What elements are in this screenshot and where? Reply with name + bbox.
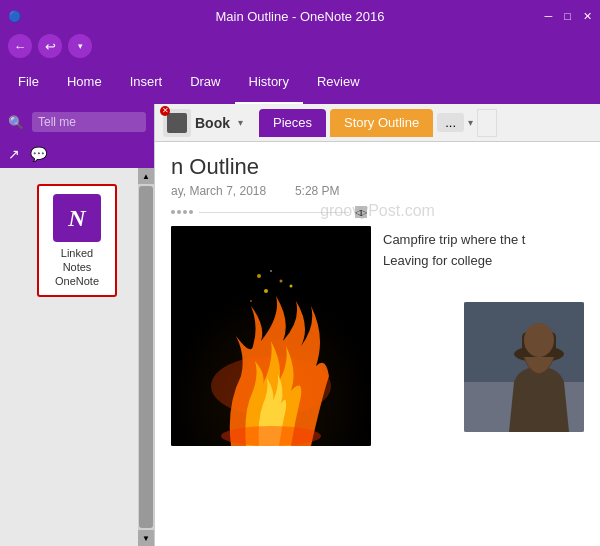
comment-icon[interactable]: 💬 [30,146,47,162]
tell-me-input[interactable] [32,112,146,132]
section-story-label: Story Outline [344,115,419,130]
ribbon-tab-home[interactable]: Home [53,60,116,104]
dot4 [189,210,193,214]
person-svg [464,302,584,432]
content-row: Campfire trip where the t Leaving for co… [171,226,584,446]
page-title: n Outline [171,154,584,180]
customize-quick-access-button[interactable]: ▾ [68,34,92,58]
quick-access-toolbar: ← ↩ ▾ [0,32,600,60]
divider: ◁▷ [171,206,584,218]
maximize-button[interactable]: □ [564,10,571,23]
undo-icon: ↩ [45,39,56,54]
more-dots: ... [445,115,456,130]
ribbon: File Home Insert Draw History Review [0,60,600,104]
title-bar-left: 🔵 [8,10,22,23]
ribbon-tab-history-label: History [249,74,289,89]
ribbon-tab-draw-label: Draw [190,74,220,89]
ribbon-tab-review-label: Review [317,74,360,89]
close-notebook-icon[interactable]: ✕ [160,106,170,116]
person-image [464,302,584,432]
tell-me-bar: 🔍 [0,104,154,140]
person-image-container [383,302,584,432]
dot1 [171,210,175,214]
notebook-image [167,113,187,133]
svg-point-6 [290,285,293,288]
left-panel: 🔍 ↗ 💬 N Linked Notes OneNote ▲ ▼ [0,104,155,546]
resize-handle[interactable]: ◁▷ [355,206,367,218]
section-tab-story[interactable]: Story Outline [330,109,433,137]
close-button[interactable]: ✕ [583,10,592,23]
ribbon-tab-home-label: Home [67,74,102,89]
ribbon-tab-insert-label: Insert [130,74,163,89]
ribbon-tab-history[interactable]: History [235,60,303,104]
svg-point-7 [270,270,272,272]
dot3 [183,210,187,214]
sections-dropdown-icon[interactable]: ▾ [468,117,473,128]
page-time: 5:28 PM [295,184,340,198]
svg-point-3 [264,289,268,293]
meta-spacer [276,184,286,198]
main-layout: 🔍 ↗ 💬 N Linked Notes OneNote ▲ ▼ [0,104,600,546]
more-sections-button[interactable]: ... [437,113,464,132]
scrollbar[interactable]: ▲ ▼ [138,168,154,546]
linked-notes-label: Linked [61,246,93,260]
window-controls[interactable]: ─ □ ✕ [545,10,592,23]
window-title-text: Main Outline - OneNote 2016 [215,9,384,24]
title-bar: 🔵 Main Outline - OneNote 2016 ─ □ ✕ [0,0,600,32]
svg-point-4 [280,280,283,283]
share-icon[interactable]: ↗ [8,146,20,162]
search-icon: 🔍 [8,115,24,130]
ribbon-tab-insert[interactable]: Insert [116,60,177,104]
ribbon-tab-draw[interactable]: Draw [176,60,234,104]
linked-notes-sublabel2: OneNote [55,275,99,287]
onenote-icon: N [53,194,101,242]
section-pieces-label: Pieces [273,115,312,130]
partial-section-tab [477,109,497,137]
linked-notes-card[interactable]: N Linked Notes OneNote [37,184,117,297]
content-area: ✕ Book ▾ Pieces Story Outline ... ▾ n Ou… [155,104,600,546]
scroll-up-button[interactable]: ▲ [138,168,154,184]
item2: Leaving for college [383,251,584,272]
page-content: n Outline ay, March 7, 2018 5:28 PM groo… [155,142,600,546]
onenote-letter: N [68,205,85,232]
ribbon-tab-file[interactable]: File [4,60,53,104]
notebook-icon: ✕ [163,109,191,137]
back-button[interactable]: ← [8,34,32,58]
back-icon: ← [14,39,27,54]
window-title: Main Outline - OneNote 2016 [215,9,384,24]
item1: Campfire trip where the t [383,230,584,251]
text-section: Campfire trip where the t Leaving for co… [383,226,584,446]
linked-notes-area: N Linked Notes OneNote ▲ ▼ [0,168,154,546]
undo-button[interactable]: ↩ [38,34,62,58]
notebook-bar: ✕ Book ▾ Pieces Story Outline ... ▾ [155,104,600,142]
window-icon: 🔵 [8,10,22,23]
svg-point-5 [250,300,252,302]
svg-point-8 [257,274,261,278]
scroll-down-button[interactable]: ▼ [138,530,154,546]
ribbon-tab-review[interactable]: Review [303,60,374,104]
dot2 [177,210,181,214]
svg-point-15 [524,323,554,357]
notebook-name: Book [195,115,230,131]
fire-svg [171,226,371,446]
ribbon-tab-file-label: File [18,74,39,89]
scroll-thumb[interactable] [139,186,153,528]
page-date: ay, March 7, 2018 [171,184,266,198]
fire-image [171,226,371,446]
notebook-dropdown-button[interactable]: ▾ [238,117,243,128]
section-tab-pieces[interactable]: Pieces [259,109,326,137]
svg-point-9 [221,426,321,446]
page-meta: ay, March 7, 2018 5:28 PM [171,184,584,198]
divider-line [199,212,349,213]
linked-notes-sublabel1: Notes [63,260,92,274]
minimize-button[interactable]: ─ [545,10,553,23]
toolbar-icons: ↗ 💬 [0,140,154,168]
